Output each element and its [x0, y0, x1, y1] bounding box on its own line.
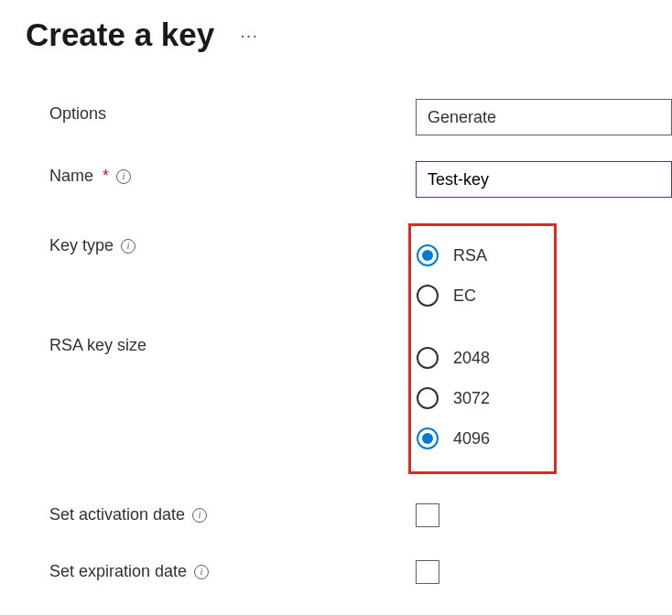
expiration-label: Set expiration date [49, 562, 187, 581]
options-label: Options [49, 104, 106, 124]
radio-icon [417, 387, 439, 409]
key-type-radio-group: RSA EC [417, 235, 490, 316]
radio-icon [417, 285, 439, 307]
more-icon[interactable]: ··· [240, 25, 258, 46]
radio-rsa[interactable]: RSA [417, 235, 490, 276]
info-icon[interactable]: i [194, 565, 209, 579]
key-type-row: Key type i RSA key size RSA EC [49, 223, 672, 474]
activation-label: Set activation date [49, 505, 185, 524]
radio-4096[interactable]: 4096 [417, 418, 490, 459]
name-row: Name * i [49, 161, 672, 198]
radio-icon [417, 244, 439, 266]
rsa-key-size-radio-group: 2048 3072 4096 [417, 338, 490, 459]
activation-checkbox[interactable] [416, 503, 439, 527]
create-key-form: Options Generate Name * i Key type i RSA [26, 99, 672, 616]
page-title: Create a key [26, 16, 214, 53]
highlight-box: RSA EC 2048 3072 [408, 223, 557, 474]
key-type-label: Key type [49, 236, 114, 255]
radio-3072[interactable]: 3072 [417, 378, 490, 418]
options-row: Options Generate [49, 99, 672, 135]
radio-label: 3072 [453, 389, 490, 408]
radio-label: 2048 [453, 349, 490, 368]
radio-label: 4096 [453, 429, 490, 448]
radio-icon [417, 347, 439, 369]
name-input[interactable] [416, 161, 672, 198]
radio-2048[interactable]: 2048 [417, 338, 490, 378]
rsa-key-size-label: RSA key size [49, 336, 146, 355]
info-icon[interactable]: i [192, 508, 207, 523]
activation-row: Set activation date i [49, 502, 672, 527]
options-select[interactable]: Generate [416, 99, 672, 135]
radio-icon [417, 427, 439, 449]
expiration-checkbox[interactable] [416, 560, 439, 584]
radio-label: EC [453, 286, 476, 306]
radio-label: RSA [453, 246, 487, 265]
required-indicator: * [103, 167, 109, 186]
name-label: Name [49, 167, 93, 186]
info-icon[interactable]: i [116, 169, 131, 184]
options-select-value: Generate [428, 108, 496, 127]
info-icon[interactable]: i [121, 239, 135, 254]
expiration-row: Set expiration date i [49, 558, 672, 584]
radio-ec[interactable]: EC [417, 276, 490, 316]
